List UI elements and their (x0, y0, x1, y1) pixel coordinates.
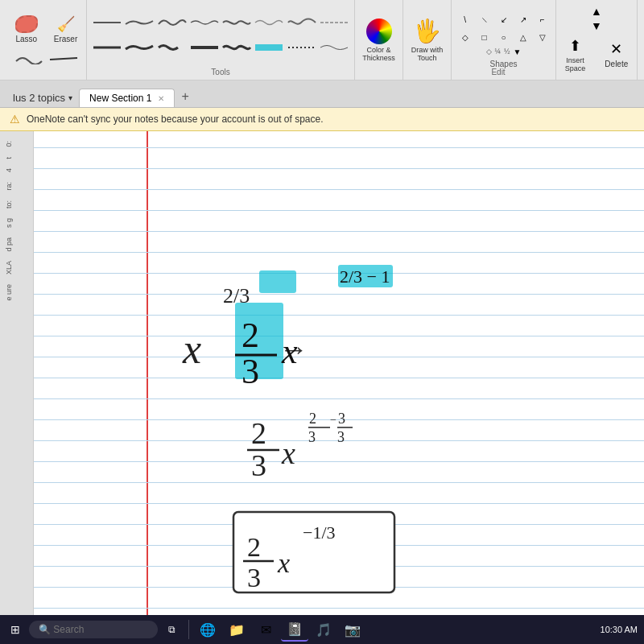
insert-space-button[interactable]: ⬆ Insert Space (559, 34, 592, 76)
taskbar-mail[interactable]: ✉ (252, 617, 279, 642)
stroke-11[interactable] (157, 41, 188, 54)
shape-line1[interactable]: \ (456, 12, 474, 28)
sidebar-item-2[interactable]: 4 (3, 165, 30, 175)
svg-text:3: 3 (308, 429, 316, 445)
delete-button[interactable]: ✕ Delete (598, 34, 634, 76)
lasso-label: Lasso (15, 35, 37, 43)
stroke-5[interactable] (221, 16, 252, 29)
stroke-15[interactable] (287, 41, 317, 54)
svg-text:3: 3 (251, 448, 266, 482)
taskbar-time: 10:30 AM (601, 625, 638, 634)
eraser-button[interactable]: 🧹 Eraser (47, 12, 84, 47)
stroke-3[interactable] (157, 16, 188, 29)
shape-dropdown[interactable]: ▽ (534, 30, 551, 46)
sidebar: 0: t 4 ra: to: s g d pa XLA e ure (0, 131, 34, 643)
notification-icon: ⚠ (10, 113, 20, 126)
new-section-tab[interactable]: New Section 1 ✕ (79, 89, 175, 107)
main-content: 0: t 4 ra: to: s g d pa XLA e ure x 2/3 … (0, 131, 644, 643)
shape-arrow2[interactable]: ↗ (514, 12, 532, 28)
stroke-6[interactable] (254, 16, 284, 29)
insert-label: Insert Space (565, 56, 586, 72)
stroke-13[interactable] (221, 41, 252, 54)
notebook-label[interactable]: lus 2 topics ▾ (6, 89, 79, 107)
sidebar-item-6[interactable]: d pa (3, 234, 30, 255)
shape-diamond[interactable]: ◇ (456, 30, 474, 46)
shape-fraction: ¼ (495, 47, 502, 56)
pen-strokes-section (87, 0, 355, 80)
taskbar-onenote[interactable]: 📓 (281, 617, 308, 642)
sidebar-item-7[interactable]: XLA (3, 258, 30, 278)
sidebar-item-1[interactable]: t (3, 154, 30, 163)
canvas-area[interactable]: x 2/3 → 2 3 x 2/3 − 1 2 3 x 2 3 − 3 (34, 131, 644, 643)
draw-touch-section: 🖐 Draw with Touch (403, 0, 452, 80)
stroke-14[interactable] (254, 41, 284, 54)
stroke-8[interactable] (319, 16, 349, 29)
notification-bar: ⚠ OneNote can't sync your notes because … (0, 108, 644, 131)
shape-arrow1[interactable]: ↙ (495, 12, 513, 28)
taskbar-search[interactable] (29, 621, 158, 638)
eraser-label: Eraser (54, 35, 77, 43)
notification-message: OneNote can't sync your notes because yo… (27, 114, 324, 125)
taskbar: ⊞ ⧉ 🌐 📁 ✉ 📓 🎵 📷 10:30 AM (0, 615, 644, 644)
svg-text:−: − (330, 414, 336, 426)
color-circle[interactable] (366, 19, 392, 44)
color-thickness-section: Color & Thickness (355, 0, 403, 80)
start-button[interactable]: ⊞ (3, 617, 27, 642)
shapes-expand[interactable]: ▼ (514, 47, 522, 56)
taskbar-explorer[interactable]: 📁 (223, 617, 250, 642)
shape-chevron[interactable]: ⌐ (534, 12, 551, 28)
tab-close-icon[interactable]: ✕ (158, 94, 164, 103)
insert-delete-section: ▲ ▼ ⬆ Insert Space ✕ Delete (556, 0, 638, 80)
delete-label: Delete (605, 60, 628, 68)
svg-text:2: 2 (309, 411, 316, 427)
sidebar-item-4[interactable]: to: (3, 197, 30, 212)
stroke-12[interactable] (189, 41, 220, 54)
stroke-9[interactable] (92, 41, 122, 54)
shape-triangle[interactable]: △ (514, 30, 532, 46)
shape-rect[interactable]: □ (476, 30, 493, 46)
lasso-eraser-section: Lasso 🧹 Eraser (6, 0, 87, 80)
down-arrow[interactable]: ▼ (591, 19, 602, 32)
sidebar-item-8[interactable]: e ure (3, 281, 30, 304)
sidebar-item-5[interactable]: s g (3, 215, 30, 231)
stroke-4[interactable] (189, 16, 220, 29)
svg-text:x: x (281, 332, 298, 371)
taskbar-right-area: 10:30 AM (601, 625, 641, 634)
sidebar-item-3[interactable]: ra: (3, 179, 30, 194)
stroke-2[interactable] (124, 16, 155, 29)
svg-text:2: 2 (251, 416, 266, 450)
draw-touch-label: Draw with Touch (411, 46, 444, 62)
task-view-button[interactable]: ⧉ (159, 617, 184, 642)
shapes-section: \ ⟍ ↙ ↗ ⌐ ◇ □ ○ △ ▽ ◇ ¼ ½ ▼ Shapes (452, 0, 556, 80)
color-thickness-label: Color & Thickness (362, 46, 395, 62)
svg-text:x: x (277, 548, 290, 578)
svg-text:−1/3: −1/3 (303, 522, 336, 543)
sidebar-item-0[interactable]: 0: (3, 138, 30, 151)
svg-text:x: x (182, 326, 201, 372)
up-arrow[interactable]: ▲ (591, 5, 602, 18)
stroke-7[interactable] (287, 16, 317, 29)
shape-circle[interactable]: ○ (495, 30, 513, 46)
stroke-16[interactable] (319, 41, 349, 54)
svg-text:3: 3 (242, 352, 259, 391)
taskbar-spotify[interactable]: 🎵 (310, 617, 337, 642)
stroke-1[interactable] (92, 16, 122, 29)
shape-label1: ◇ (486, 47, 492, 56)
shape-fraction2: ½ (504, 47, 510, 56)
stroke-10[interactable] (124, 41, 155, 54)
svg-text:x: x (281, 436, 295, 470)
pen-strokes-grid (92, 16, 349, 64)
hand-icon: 🖐 (413, 18, 441, 44)
svg-text:3: 3 (247, 563, 261, 592)
math-handwriting: x 2/3 → 2 3 x 2/3 − 1 2 3 x 2 3 − 3 (34, 131, 644, 643)
tabbar: lus 2 topics ▾ New Section 1 ✕ + (0, 80, 644, 108)
taskbar-edge[interactable]: 🌐 (194, 617, 221, 642)
lasso-button[interactable]: Lasso (9, 12, 44, 47)
svg-text:2: 2 (242, 316, 259, 355)
svg-text:2/3 − 1: 2/3 − 1 (340, 266, 390, 287)
taskbar-camera[interactable]: 📷 (339, 617, 366, 642)
shape-line2[interactable]: ⟍ (476, 12, 493, 28)
svg-line-0 (50, 58, 77, 60)
add-tab-button[interactable]: + (176, 86, 193, 107)
svg-text:3: 3 (337, 429, 345, 445)
